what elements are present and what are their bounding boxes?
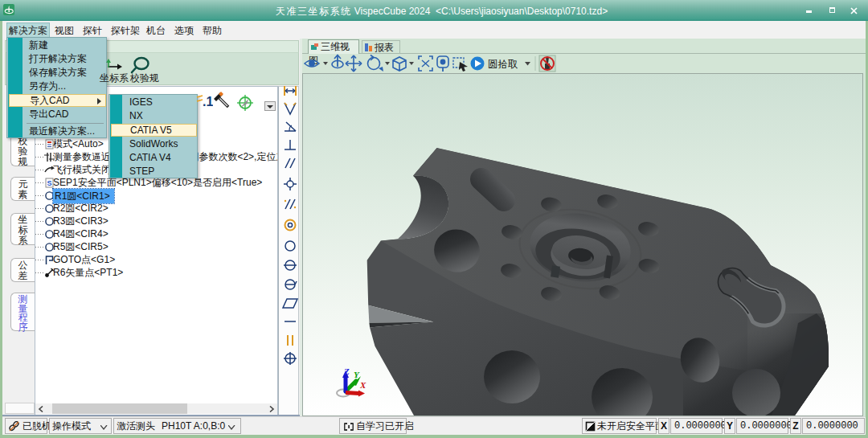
- svg-text:S: S: [47, 179, 52, 187]
- svg-text:X: X: [359, 380, 366, 390]
- svg-text:Z: Z: [343, 366, 350, 376]
- svg-text:圆拾取: 圆拾取: [488, 59, 518, 70]
